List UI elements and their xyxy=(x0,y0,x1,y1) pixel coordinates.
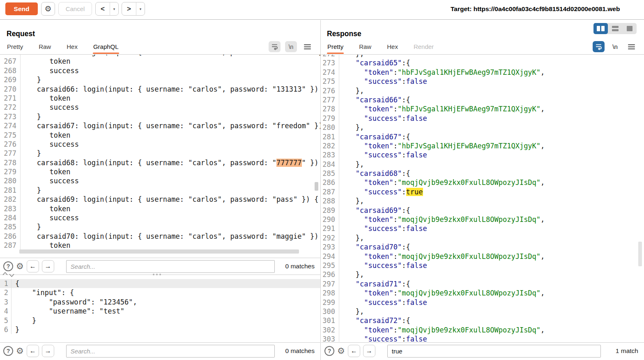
code-line: 273 } xyxy=(0,112,320,121)
collapse-up-icon[interactable] xyxy=(2,272,8,275)
code-line: 283 "success":false xyxy=(321,150,644,159)
code-line: 278 carsaid68: login(input: { username: … xyxy=(0,158,320,167)
search-prev-button[interactable]: ← xyxy=(27,260,39,272)
send-button[interactable]: Send xyxy=(5,2,38,15)
code-line: 292 }, xyxy=(321,233,644,242)
word-wrap-icon[interactable] xyxy=(593,41,605,52)
request-panel-title: Request xyxy=(7,30,35,38)
show-newlines-icon[interactable]: \n xyxy=(609,41,621,52)
variables-splitter[interactable] xyxy=(0,272,320,278)
code-line: 4 "username": "test" xyxy=(0,307,320,316)
show-newlines-icon[interactable]: \n xyxy=(285,41,297,52)
forward-split-button: > ▾ xyxy=(122,2,145,16)
variables-search-bar: ? ⚙ ← → 0 matches xyxy=(0,342,320,359)
code-line: 276 }, xyxy=(321,86,644,95)
tab-request-graphql[interactable]: GraphQL xyxy=(93,42,119,54)
code-line: 300 }, xyxy=(321,307,644,316)
code-line: 274 "token":"hbFJvSgal1KHjEFwBAeg97mTZ1Q… xyxy=(321,68,644,77)
code-line: 287 "success":true xyxy=(321,187,644,196)
code-line: 272 success xyxy=(0,103,320,112)
tab-request-raw[interactable]: Raw xyxy=(38,42,51,54)
tab-response-hex[interactable]: Hex xyxy=(386,42,398,54)
back-button[interactable]: < xyxy=(96,2,110,15)
response-search-matches: 1 match xyxy=(616,347,638,355)
code-line: 1{ xyxy=(0,279,320,288)
code-line: 279 token xyxy=(0,167,320,176)
search-prev-button[interactable]: ← xyxy=(348,345,360,357)
code-line: 281 } xyxy=(0,186,320,195)
request-panel: Request Pretty Raw Hex GraphQL \n carsai… xyxy=(0,20,321,360)
code-line: 277 "carsaid66":{ xyxy=(321,95,644,104)
code-line: 285 "carsaid68":{ xyxy=(321,169,644,178)
word-wrap-icon[interactable] xyxy=(269,41,281,52)
code-line: 288 }, xyxy=(321,196,644,205)
layout-columns-icon[interactable] xyxy=(593,23,608,34)
tab-request-pretty[interactable]: Pretty xyxy=(7,42,23,54)
code-line: 295 "success":false xyxy=(321,261,644,270)
horizontal-scrollbar[interactable] xyxy=(19,249,299,254)
top-toolbar: Send ⚙ Cancel < ▾ > ▾ Target: https://0a… xyxy=(0,0,644,20)
expand-down-icon[interactable] xyxy=(9,274,14,277)
code-line: 269 } xyxy=(0,75,320,84)
back-dropdown-caret-icon[interactable]: ▾ xyxy=(110,2,118,15)
forward-button[interactable]: > xyxy=(122,2,136,15)
variables-search-input[interactable] xyxy=(66,345,275,358)
code-line: 299 "success":false xyxy=(321,298,644,307)
search-settings-gear-icon[interactable]: ⚙ xyxy=(16,261,24,271)
graphql-variables-editor[interactable]: 1{2 "input": {3 "password": "123456",4 "… xyxy=(0,278,320,342)
layout-rows-icon[interactable] xyxy=(608,23,622,34)
code-line: 297 "carsaid71":{ xyxy=(321,279,644,288)
search-next-button[interactable]: → xyxy=(363,345,375,357)
code-line: 287 token xyxy=(0,241,320,250)
response-search-input[interactable] xyxy=(387,345,601,358)
code-line: 290 "token":"moqjQvjb9e9zkx0FxulL8OWpozy… xyxy=(321,215,644,224)
search-settings-gear-icon[interactable]: ⚙ xyxy=(16,346,24,356)
tab-request-hex[interactable]: Hex xyxy=(66,42,78,54)
code-line: 282 "token":"hbFJvSgal1KHjEFwBAeg97mTZ1Q… xyxy=(321,141,644,150)
search-prev-button[interactable]: ← xyxy=(27,345,39,357)
request-menu-icon[interactable] xyxy=(301,41,313,52)
code-line: 283 token xyxy=(0,204,320,213)
code-line: 280 }, xyxy=(321,123,644,132)
response-search-bar: ? ⚙ ← → 1 match xyxy=(321,342,644,359)
code-line: 267 token xyxy=(0,57,320,66)
tab-response-render[interactable]: Render xyxy=(413,42,434,54)
search-help-icon[interactable]: ? xyxy=(3,346,13,356)
response-vertical-scrollbar[interactable] xyxy=(638,242,642,266)
code-line: 5 } xyxy=(0,316,320,325)
code-line: 302 "token":"moqjQvjb9e9zkx0FxulL8OWpozy… xyxy=(321,325,644,335)
code-line: 276 success xyxy=(0,140,320,149)
tab-response-raw[interactable]: Raw xyxy=(359,42,372,54)
target-url: Target: https://0a4c00fa03c4cf9b81514d02… xyxy=(451,5,620,13)
search-help-icon[interactable]: ? xyxy=(3,261,13,271)
search-help-icon[interactable]: ? xyxy=(324,346,334,356)
tab-response-pretty[interactable]: Pretty xyxy=(327,42,344,54)
code-line: 275 token xyxy=(0,131,320,140)
cancel-button[interactable]: Cancel xyxy=(58,2,92,16)
code-line: 3 "password": "123456", xyxy=(0,298,320,307)
code-line: 285 } xyxy=(0,222,320,231)
request-vertical-scrollbar[interactable] xyxy=(315,182,318,191)
request-search-input[interactable] xyxy=(66,260,275,273)
splitter-handle-icon[interactable] xyxy=(153,274,161,275)
code-line: 282 carsaid69: login(input: { username: … xyxy=(0,195,320,204)
response-editor[interactable]: 272 },273 "carsaid65":{274 "token":"hbFJ… xyxy=(321,55,644,342)
layout-single-icon[interactable] xyxy=(622,23,637,34)
search-settings-gear-icon[interactable]: ⚙ xyxy=(337,346,345,356)
search-next-button[interactable]: → xyxy=(42,345,54,357)
search-next-button[interactable]: → xyxy=(42,260,54,272)
code-line: 6} xyxy=(0,325,320,334)
code-line: 279 "success":false xyxy=(321,114,644,123)
code-line: 301 "carsaid72":{ xyxy=(321,316,644,325)
code-line: 284 success xyxy=(0,213,320,222)
request-editor[interactable]: carsaid65: login(input: { username: "car… xyxy=(0,55,320,254)
response-menu-icon[interactable] xyxy=(626,41,637,52)
code-line: 293 "carsaid70":{ xyxy=(321,242,644,252)
code-line: 268 success xyxy=(0,66,320,75)
code-line: 277 } xyxy=(0,149,320,158)
request-search-matches: 0 matches xyxy=(285,263,315,270)
code-line: 286 carsaid70: login(input: { username: … xyxy=(0,232,320,241)
forward-dropdown-caret-icon[interactable]: ▾ xyxy=(136,2,145,15)
send-settings-gear-icon[interactable]: ⚙ xyxy=(41,2,55,16)
code-line: 2 "input": { xyxy=(0,288,320,297)
